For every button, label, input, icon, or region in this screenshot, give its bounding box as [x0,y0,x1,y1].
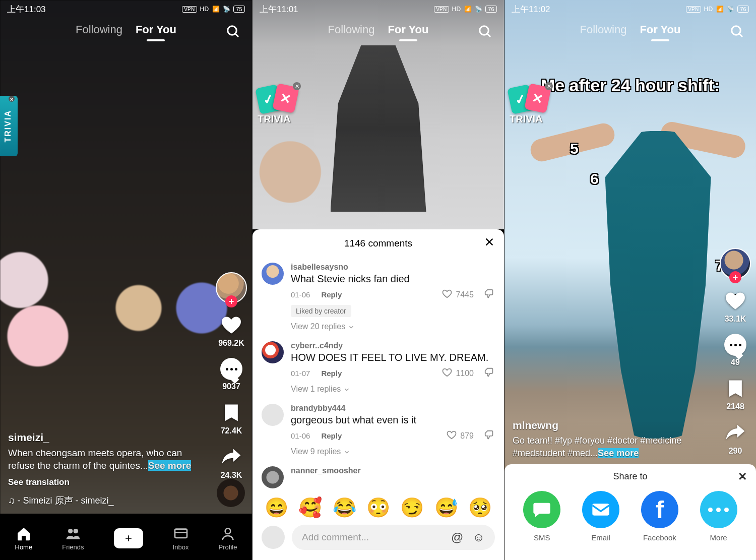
caption-text[interactable]: Go team!! #fyp #foryou #doctor #medicine… [513,434,711,459]
share-more[interactable]: More [700,491,737,542]
comment-input[interactable]: Add comment... @ ☺ [292,525,495,550]
dislike-button[interactable] [484,429,495,442]
like-comment-button[interactable] [446,429,457,442]
reaction-emoji[interactable]: 😂 [333,496,356,519]
view-replies[interactable]: View 9 replies [291,447,495,456]
comment-avatar[interactable] [262,466,284,488]
self-avatar[interactable] [262,526,285,549]
see-more[interactable]: See more [598,448,639,458]
save-button[interactable]: 2148 [724,377,747,411]
thumbs-down-icon [484,288,495,299]
close-share-button[interactable]: ✕ [738,470,747,483]
svg-point-10 [732,26,741,35]
close-icon[interactable]: ✕ [293,82,301,90]
tab-following[interactable]: Following [76,23,122,36]
svg-point-2 [68,529,73,533]
reply-button[interactable]: Reply [321,369,342,378]
share-button[interactable]: 24.3K [220,446,243,480]
reply-button[interactable]: Reply [321,290,342,299]
like-comment-button[interactable] [442,367,453,380]
comment-author[interactable]: brandybby444 [291,404,495,413]
caption-text[interactable]: When cheongsam meets opera, who can refu… [8,447,207,472]
follow-button[interactable]: + [729,271,741,283]
like-comment-button[interactable] [442,288,453,301]
svg-rect-4 [175,529,187,538]
view-replies[interactable]: View 1 replies [291,385,495,394]
creator-username[interactable]: mlnewng [513,419,711,431]
tab-for-you[interactable]: For You [136,23,176,36]
dislike-button[interactable] [484,288,495,301]
close-comments-button[interactable] [482,234,497,250]
creator-avatar[interactable]: + [720,248,751,279]
like-count: 1100 [456,369,474,378]
svg-line-1 [235,34,238,37]
comment-date: 01-07 [291,369,310,378]
reaction-row: 😄 🥰 😂 😳 😏 😅 🥺 [253,491,504,522]
search-icon[interactable] [225,23,242,40]
video-overlay-number: 6 [590,170,599,188]
friends-icon [65,526,81,542]
svg-point-6 [480,26,489,35]
reaction-emoji[interactable]: 🥰 [298,496,322,519]
hd-badge: HD [200,6,209,13]
tab-for-you[interactable]: For You [640,23,680,36]
mention-icon[interactable]: @ [451,530,463,544]
like-button[interactable]: 33.1K [724,289,747,324]
creator-username[interactable]: simeizi_ [8,431,207,444]
tab-following[interactable]: Following [328,23,374,36]
comment-text: What Stevie nicks fan died [291,273,495,285]
trivia-badge[interactable]: ✓✕✕ TRIVIA [258,83,299,125]
reaction-emoji[interactable]: 😅 [434,496,458,519]
close-icon[interactable]: ✕ [9,96,15,102]
tab-for-you[interactable]: For You [388,23,428,36]
comments-button[interactable]: 9037 [220,358,242,391]
reaction-emoji[interactable]: 🥺 [468,496,492,519]
comment-item: cyberr..c4ndy HOW DOES IT FEEL TO LIVE M… [253,336,504,399]
see-more[interactable]: See more [148,460,192,471]
trivia-badge[interactable]: TRIVIA ✕ [0,96,18,156]
save-button[interactable]: 72.4K [220,401,243,435]
email-icon [582,491,619,528]
share-email[interactable]: Email [582,491,619,542]
nav-profile[interactable]: Profile [219,526,237,551]
comment-avatar[interactable] [262,263,284,285]
follow-button[interactable]: + [225,295,237,307]
search-icon[interactable] [477,23,494,40]
nav-home[interactable]: Home [15,526,33,551]
comment-avatar[interactable] [262,341,284,363]
emoji-icon[interactable]: ☺ [472,530,485,544]
comment-item: brandybby444 gorgeous but what even is i… [253,399,504,461]
nav-friends[interactable]: Friends [62,526,84,551]
reaction-emoji[interactable]: 😄 [265,496,288,519]
comment-avatar[interactable] [262,404,284,426]
share-button[interactable]: 290 [724,421,747,456]
comment-author[interactable]: cyberr..c4ndy [291,341,495,350]
close-icon[interactable]: ✕ [545,82,553,90]
music-label[interactable]: ♫ - Simeizi 原声 - simeizi_ [8,494,207,507]
reply-button[interactable]: Reply [321,431,342,440]
reaction-emoji[interactable]: 😏 [400,496,424,519]
trivia-badge[interactable]: ✓✕✕ TRIVIA [510,83,551,125]
reaction-emoji[interactable]: 😳 [366,496,390,519]
wifi-icon: 📡 [223,6,230,13]
share-sms[interactable]: SMS [523,491,560,542]
comments-button[interactable]: 49 [724,334,746,367]
search-icon[interactable] [729,23,746,40]
see-translation[interactable]: See translation [8,477,207,487]
dislike-button[interactable] [484,367,495,380]
vpn-badge: VPN [182,6,197,13]
tab-following[interactable]: Following [580,23,626,36]
nav-inbox[interactable]: Inbox [173,526,189,551]
like-button[interactable]: 969.2K [218,314,244,348]
liked-by-creator-badge: Liked by creator [291,305,351,317]
sms-icon [523,491,560,528]
comment-author[interactable]: isabellesaysno [291,263,495,272]
video-overlay-number: 5 [570,140,579,157]
view-replies[interactable]: View 20 replies [291,322,495,331]
more-icon [700,491,737,528]
comment-author[interactable]: nanner_smoosher [291,466,495,475]
share-facebook[interactable]: f Facebook [641,491,678,542]
sound-disc[interactable] [217,479,245,507]
creator-avatar[interactable]: + [216,272,247,303]
create-button[interactable] [114,528,143,548]
